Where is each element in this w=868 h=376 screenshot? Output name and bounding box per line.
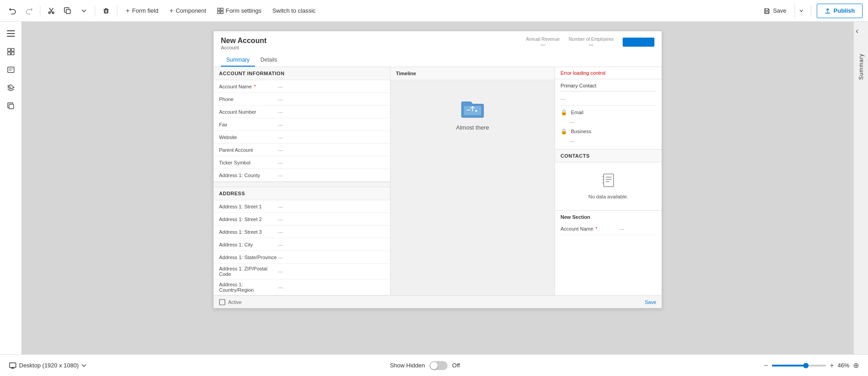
copy-button[interactable] xyxy=(60,4,75,18)
canvas-area: New Account Account Annual Revenue --- N… xyxy=(22,22,853,376)
bottom-toolbar: Desktop (1920 x 1080) Show Hidden Off − … xyxy=(0,354,868,376)
svg-rect-1 xyxy=(218,8,220,10)
tab-details[interactable]: Details xyxy=(255,54,283,67)
desktop-selector[interactable]: Desktop (1920 x 1080) xyxy=(9,362,86,369)
field-ticker-symbol: Ticker Symbol --- xyxy=(214,156,390,169)
svg-rect-6 xyxy=(11,48,14,51)
zoom-minus-button[interactable]: − xyxy=(764,362,768,370)
zoom-area: − + 46% ⊕ xyxy=(764,361,859,370)
svg-rect-4 xyxy=(221,11,223,14)
svg-rect-10 xyxy=(9,104,14,109)
svg-rect-3 xyxy=(218,11,220,14)
location-icon[interactable]: ⊕ xyxy=(853,361,859,370)
top-toolbar: + Form field + Component Form settings S… xyxy=(0,0,868,22)
field-address-county: Address 1: County --- xyxy=(214,169,390,182)
timeline-header: Timeline xyxy=(390,67,555,80)
toggle-state-label: Off xyxy=(452,362,460,369)
divider-2 xyxy=(95,5,95,16)
sidebar-icon-copy[interactable] xyxy=(3,98,19,114)
save-button[interactable]: Save xyxy=(757,4,793,18)
sidebar-icon-text[interactable] xyxy=(3,62,19,78)
email-label: Email xyxy=(571,110,584,115)
desktop-label: Desktop (1920 x 1080) xyxy=(19,362,79,369)
sidebar-icon-layers[interactable] xyxy=(3,80,19,96)
svg-rect-0 xyxy=(66,10,70,14)
contacts-body: No data available. xyxy=(555,163,662,210)
svg-rect-8 xyxy=(11,52,14,55)
zoom-slider-track xyxy=(772,365,805,366)
field-zip: Address 1: ZIP/Postal Code --- xyxy=(214,264,390,280)
form-left-col: ACCOUNT INFORMATION Account Name * --- P… xyxy=(214,67,390,295)
header-action-button[interactable] xyxy=(623,38,654,47)
field-account-name: Account Name * --- xyxy=(214,80,390,93)
zoom-plus-button[interactable]: + xyxy=(830,362,834,370)
business-icon: 🔒 xyxy=(561,128,567,135)
new-section-area: New Section Account Name * --- xyxy=(555,210,662,239)
redo-button[interactable] xyxy=(22,4,36,18)
field-street-3: Address 1: Street 3 --- xyxy=(214,226,390,238)
field-country: Address 1: Country/Region --- xyxy=(214,280,390,295)
email-value-row: --- xyxy=(561,117,656,126)
status-area: Active xyxy=(219,299,242,305)
form-right-col: Error loading control Primary Contact --… xyxy=(555,67,662,295)
contacts-section: CONTACTS No data available. xyxy=(555,149,662,210)
switch-classic-button[interactable]: Switch to classic xyxy=(268,4,320,18)
bottom-form-bar: Active Save xyxy=(214,295,662,308)
component-button[interactable]: + Component xyxy=(165,4,211,18)
form-center-col: Timeline Almost there xyxy=(390,67,555,295)
show-hidden-toggle[interactable] xyxy=(429,361,448,370)
primary-contact-section: Primary Contact --- 🔒 Email --- xyxy=(555,79,662,149)
form-header: New Account Account Annual Revenue --- N… xyxy=(214,31,662,67)
timeline-folder-icon xyxy=(461,98,484,120)
cut-button[interactable] xyxy=(44,4,59,18)
business-label: Business xyxy=(571,129,591,134)
close-panel-button[interactable]: ‹ xyxy=(856,26,858,36)
contacts-empty-text: No data available. xyxy=(588,194,628,199)
bottom-save-button[interactable]: Save xyxy=(645,299,656,305)
status-text: Active xyxy=(228,299,242,305)
account-info-header: ACCOUNT INFORMATION xyxy=(214,67,390,80)
show-hidden-area: Show Hidden Off xyxy=(390,361,460,370)
svg-rect-15 xyxy=(10,363,16,367)
zoom-slider[interactable] xyxy=(772,365,826,366)
divider-3 xyxy=(117,5,117,16)
field-website: Website --- xyxy=(214,131,390,144)
svg-rect-5 xyxy=(8,48,10,51)
form-title-area: New Account Account xyxy=(221,37,267,50)
email-icon: 🔒 xyxy=(561,109,567,116)
error-link[interactable]: Error loading control xyxy=(561,70,605,76)
divider-1 xyxy=(40,5,40,16)
sidebar-icon-menu[interactable] xyxy=(3,25,19,42)
field-state: Address 1: State/Province --- xyxy=(214,251,390,264)
svg-rect-2 xyxy=(221,8,223,10)
error-bar: Error loading control xyxy=(555,67,662,79)
toggle-knob xyxy=(430,362,438,369)
email-field-row: 🔒 Email xyxy=(561,107,656,117)
save-dropdown-button[interactable] xyxy=(795,4,807,18)
publish-button[interactable]: Publish xyxy=(817,4,863,18)
sidebar-icon-grid[interactable] xyxy=(3,43,19,60)
form-field-button[interactable]: + Form field xyxy=(121,4,163,18)
delete-button[interactable] xyxy=(99,4,113,18)
show-hidden-label: Show Hidden xyxy=(390,362,425,369)
field-street-2: Address 1: Street 2 --- xyxy=(214,213,390,226)
left-sidebar xyxy=(0,22,22,376)
contacts-empty-icon xyxy=(602,174,615,191)
form-subtitle: Account xyxy=(221,45,267,50)
form-body: ACCOUNT INFORMATION Account Name * --- P… xyxy=(214,67,662,295)
timeline-text: Almost there xyxy=(456,124,489,131)
svg-point-12 xyxy=(475,110,477,112)
form-tabs: Summary Details xyxy=(221,54,654,67)
form-settings-button[interactable]: Form settings xyxy=(213,4,266,18)
tab-summary[interactable]: Summary xyxy=(221,54,255,67)
svg-rect-13 xyxy=(604,174,614,187)
section-separator xyxy=(214,182,390,187)
form-preview: New Account Account Annual Revenue --- N… xyxy=(213,31,662,309)
undo-button[interactable] xyxy=(5,4,20,18)
header-field-revenue: Annual Revenue --- xyxy=(526,37,560,47)
dropdown-arrow-button[interactable] xyxy=(77,4,91,18)
form-title: New Account xyxy=(221,37,267,45)
field-street-1: Address 1: Street 1 --- xyxy=(214,200,390,213)
business-field-row: 🔒 Business xyxy=(561,126,656,136)
new-section-account-name: Account Name * --- xyxy=(561,222,656,235)
